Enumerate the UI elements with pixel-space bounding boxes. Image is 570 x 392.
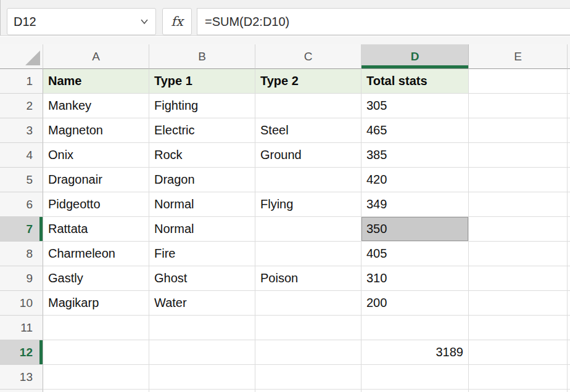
cell-B8[interactable]: Fire [149,242,255,266]
formula-input[interactable]: =SUM(D2:D10) [197,8,570,35]
cell-C4[interactable]: Ground [255,143,361,168]
cell-partial-4 [568,143,570,168]
cell-B14-partial [149,390,255,392]
cell-A7[interactable]: Rattata [43,217,149,242]
cell-C3[interactable]: Steel [255,118,361,143]
cell-B3[interactable]: Electric [149,118,255,143]
cell-C9[interactable]: Poison [255,266,361,291]
cell-D2[interactable]: 305 [361,94,469,118]
cell-E7[interactable] [469,217,568,242]
cell-D7[interactable]: 350 [361,217,469,242]
row-header-12[interactable]: 12 [0,340,43,365]
cell-B2[interactable]: Fighting [149,94,255,118]
cell-E4[interactable] [469,143,568,168]
row-header-2[interactable]: 2 [0,94,43,118]
column-header-A[interactable]: A [43,44,149,69]
cell-E13[interactable] [469,365,568,390]
cell-D12[interactable]: 3189 [361,340,469,365]
column-header-B[interactable]: B [149,44,255,69]
cell-B9[interactable]: Ghost [149,266,255,291]
cell-B7[interactable]: Normal [149,217,255,242]
cell-E12[interactable] [469,340,568,365]
column-header-E[interactable]: E [469,44,568,69]
cell-D4[interactable]: 385 [361,143,469,168]
row-header-5[interactable]: 5 [0,168,43,192]
cell-B12[interactable] [149,340,255,365]
row-header-11[interactable]: 11 [0,316,43,340]
row-header-6[interactable]: 6 [0,192,43,217]
cell-E5[interactable] [469,168,568,192]
cell-C5[interactable] [255,168,361,192]
cell-D9[interactable]: 310 [361,266,469,291]
column-header-D[interactable]: D [361,44,469,69]
cell-D8[interactable]: 405 [361,242,469,266]
cell-D13[interactable] [361,365,469,390]
cell-A8[interactable]: Charmeleon [43,242,149,266]
cell-D11[interactable] [361,316,469,340]
cell-A9[interactable]: Gastly [43,266,149,291]
row-header-1[interactable]: 1 [0,69,43,94]
cell-B4[interactable]: Rock [149,143,255,168]
cell-E1[interactable] [469,69,568,94]
name-box[interactable]: D12 [7,8,156,35]
row-header-10[interactable]: 10 [0,291,43,316]
cell-A3[interactable]: Magneton [43,118,149,143]
cell-D10[interactable]: 200 [361,291,469,316]
cell-A2[interactable]: Mankey [43,94,149,118]
cell-A11[interactable] [43,316,149,340]
chevron-down-icon[interactable] [139,17,149,27]
cell-E9[interactable] [469,266,568,291]
cell-E2[interactable] [469,94,568,118]
cell-E3[interactable] [469,118,568,143]
cell-D1[interactable]: Total stats [361,69,469,94]
cell-C13[interactable] [255,365,361,390]
cell-B11[interactable] [149,316,255,340]
column-header-partial [568,44,570,69]
select-all-button[interactable] [0,44,43,69]
cell-A13[interactable] [43,365,149,390]
cell-E10[interactable] [469,291,568,316]
cell-A4[interactable]: Onix [43,143,149,168]
cell-B10[interactable]: Water [149,291,255,316]
cell-A10[interactable]: Magikarp [43,291,149,316]
cell-D14-partial [361,390,469,392]
cell-E6[interactable] [469,192,568,217]
cell-B5[interactable]: Dragon [149,168,255,192]
cell-partial-1 [568,69,570,94]
cell-A5[interactable]: Dragonair [43,168,149,192]
cell-B6[interactable]: Normal [149,192,255,217]
fx-icon: fx [171,14,183,29]
cell-C6[interactable]: Flying [255,192,361,217]
cell-C10[interactable] [255,291,361,316]
cell-partial-11 [568,316,570,340]
cell-partial-8 [568,242,570,266]
cell-partial-6 [568,192,570,217]
row-header-13[interactable]: 13 [0,365,43,390]
cell-A6[interactable]: Pidgeotto [43,192,149,217]
row-header-8[interactable]: 8 [0,242,43,266]
row-header-9[interactable]: 9 [0,266,43,291]
cell-D3[interactable]: 465 [361,118,469,143]
column-header-C[interactable]: C [255,44,361,69]
cell-A12[interactable] [43,340,149,365]
cell-C8[interactable] [255,242,361,266]
cell-partial-12 [568,340,570,365]
cell-D6[interactable]: 349 [361,192,469,217]
insert-function-button[interactable]: fx [162,8,192,35]
cell-C1[interactable]: Type 2 [255,69,361,94]
cell-A1[interactable]: Name [43,69,149,94]
spreadsheet-grid: ABCDE1NameType 1Type 2Total stats2Mankey… [0,44,570,392]
cell-C12[interactable] [255,340,361,365]
row-header-3[interactable]: 3 [0,118,43,143]
row-header-4[interactable]: 4 [0,143,43,168]
cell-B13[interactable] [149,365,255,390]
cell-E8[interactable] [469,242,568,266]
cell-E11[interactable] [469,316,568,340]
cell-C11[interactable] [255,316,361,340]
cell-B1[interactable]: Type 1 [149,69,255,94]
cell-C2[interactable] [255,94,361,118]
cell-D5[interactable]: 420 [361,168,469,192]
cell-partial-14 [568,390,570,392]
row-header-7[interactable]: 7 [0,217,43,242]
cell-C7[interactable] [255,217,361,242]
